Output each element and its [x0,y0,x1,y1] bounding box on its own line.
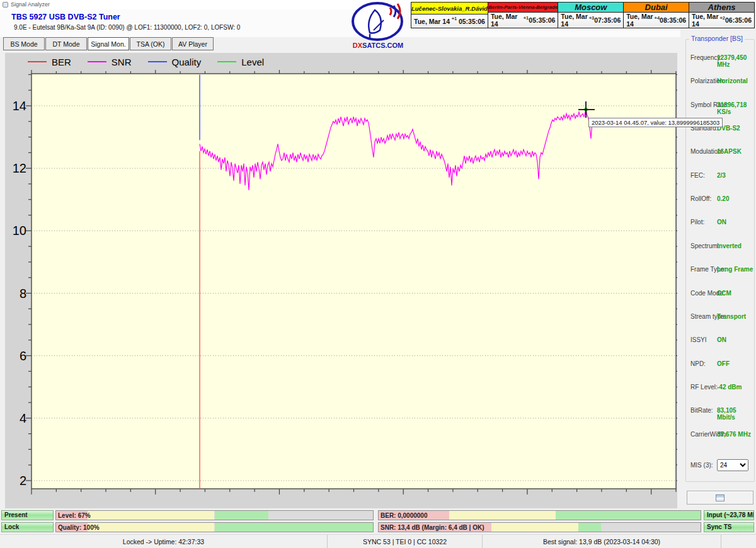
tab-bs-mode[interactable]: BS Mode [3,37,45,50]
window-title: Signal Analyzer [11,1,50,8]
legend-item-ber: BER [28,57,71,67]
sidebar-field-value: Long Frame [717,266,753,273]
sidebar-field-value: ON [717,336,726,343]
y-axis-label: 2 [20,474,26,488]
ber-bar-label: BER: 0,0000000 [381,512,428,519]
clock-utc-offset: +4 [655,15,660,21]
status-empty [721,535,756,548]
y-axis-label: 12 [13,161,26,175]
sidebar-field-value: ON [717,219,726,225]
legend-item-snr: SNR [88,57,132,67]
clock-time-row: Tue, Mar 14+307:35:06 [558,13,623,28]
clock-utc-offset: +2 [719,15,725,21]
snr-bar-label: SNR: 13,4 dB (Margin: 6,4 dB | OK) [381,524,484,531]
stream-list-button[interactable] [687,491,753,505]
clock-date: Tue, Mar 14 [626,13,654,28]
clock-utc-offset: +1 [524,15,529,21]
status-sync-counters: SYNC 53 | TEI 0 | CC 10322 [328,535,483,548]
tab-tsa-ok-[interactable]: TSA (OK) [130,37,171,50]
tuner-subtitle: 9.0E - Eutelsat 9B/Ka-Sat 9A (ID: 0090) … [14,24,240,31]
input-bitrate-badge: Input (~23,78 Mbps) [704,510,754,520]
clock-time-value: 05:35:06 [529,16,555,24]
clock-date: Tue, Mar 14 [561,13,588,28]
bar-segment-yellow [88,511,214,520]
sidebar-field-value: -42 dBm [717,384,742,391]
clock-time-value: 07:35:06 [594,16,621,24]
tab-dt-mode[interactable]: DT Mode [45,37,87,50]
bar-segment-green [556,511,701,520]
signal-chart[interactable]: BERSNRQualityLevel 2468101214 [5,53,677,508]
status-best-signal: Best signal: 13,9 dB (2023-03-14 04:30) [483,535,721,548]
sidebar-field-label: NPD: [690,360,706,367]
legend-line-swatch [28,61,47,62]
clock-city-label: Berlin-Paris-Vienna-Belgrade [488,3,558,13]
y-axis-label: 8 [20,287,26,300]
y-axis-label: 10 [13,224,26,237]
sidebar-field-label: ISSYI [690,336,707,343]
clock-moscow: MoscowTue, Mar 14+307:35:06 [558,3,624,28]
bar-segment-green [215,511,269,520]
clock-time-value: 05:35:06 [459,18,485,25]
sidebar-field-label: Spectrum: [690,243,719,249]
clock-city-label: Dubai [624,3,689,13]
sidebar-field-value: 16APSK [717,148,742,155]
level-bar-label: Level: 67% [58,512,91,519]
bar-segment-yellow [88,523,214,532]
legend-item-level: Level [217,57,264,67]
clock-lu-enec-slovakia-r-d-vid: Lučenec-Slovakia_R.DávidTue, Mar 14+105:… [411,3,488,28]
legend-line-swatch [88,61,106,62]
mis-select[interactable]: 24 [717,459,748,471]
legend-label: Quality [172,57,202,67]
sidebar-field-label: RF Level: [690,384,718,391]
signal-analyzer-window: Signal Analyzer TBS 5927 USB DVB-S2 Tune… [0,0,756,548]
quality-bar-label: Quality: 100% [58,524,100,531]
sidebar-field-value: OFF [717,360,730,367]
sidebar-field-value: Inverted [717,243,742,249]
sidebar-field-value: 2/3 [717,172,726,179]
clock-time-row: Tue, Mar 14+105:35:06 [411,14,488,28]
world-clocks: Lučenec-Slovakia_R.DávidTue, Mar 14+105:… [411,2,755,28]
sidebar-field-value: CCM [717,290,731,297]
sidebar-field-value: 0.20 [717,195,729,202]
snr-progressbar: SNR: 13,4 dB (Margin: 6,4 dB | OK) [378,522,701,532]
satellite-dish-icon [351,1,405,42]
tab-av-player[interactable]: AV Player [172,37,214,50]
clock-time-value: 08:35:06 [660,16,686,24]
tab-signal-mon-[interactable]: Signal Mon. [88,37,129,50]
y-axis-label: 14 [13,99,26,113]
chart-tooltip: 2023-03-14 04.45.07, value: 13,899999618… [588,118,723,127]
legend-item-quality: Quality [148,57,202,67]
sidebar-field-value: 37,676 MHz [717,431,751,438]
legend-line-swatch [217,61,236,62]
y-axis-label: 6 [20,349,26,363]
bar-segment-yellow [449,511,556,520]
mis-label: MIS (3): [690,462,713,469]
clock-time-row: Tue, Mar 14+206:35:06 [689,13,754,28]
transponder-group-title: Transponder [BS] [689,35,745,42]
clock-time-value: 06:35:06 [725,16,752,24]
clock-utc-offset: +3 [589,15,595,21]
plot-area[interactable] [32,74,676,489]
quality-progressbar: Quality: 100% [55,522,374,532]
clock-date: Tue, Mar 14 [414,18,450,25]
clock-berlin-paris-vienna-belgrade: Berlin-Paris-Vienna-BelgradeTue, Mar 14+… [488,3,558,28]
lock-badge: Lock [1,522,54,532]
legend-line-swatch [148,61,167,62]
clock-dubai: DubaiTue, Mar 14+408:35:06 [624,3,689,28]
tuner-title: TBS 5927 USB DVB-S2 Tuner [11,13,120,21]
bar-segment-green [578,523,601,532]
present-badge: Present [1,510,54,520]
legend-label: Level [241,57,264,67]
bar-segment-gray [268,511,373,520]
sync-ts-badge: Sync TS [704,522,754,532]
sidebar-field-label: BitRate: [690,407,713,414]
clock-utc-offset: +1 [452,16,457,21]
status-bar: Locked -> Uptime: 42:37:33 SYNC 53 | TEI… [0,534,756,548]
clock-time-row: Tue, Mar 14+408:35:06 [624,13,689,28]
sidebar-field-value: 83,105 Mbit/s [717,407,756,421]
legend-label: BER [52,57,71,67]
chart-canvas[interactable]: 2468101214 [5,53,677,508]
sidebar-field-value: Horizontal [717,77,748,84]
list-icon [716,494,724,501]
sidebar-field-label: RollOff: [690,195,711,202]
